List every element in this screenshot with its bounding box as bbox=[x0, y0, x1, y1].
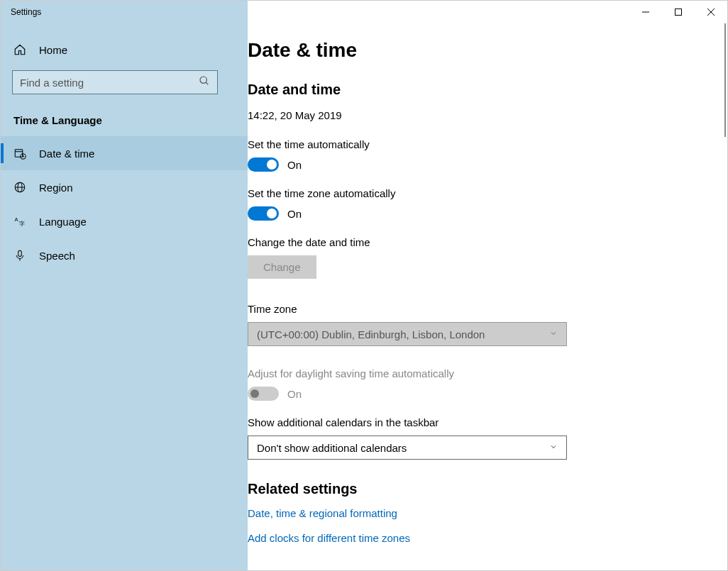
globe-icon bbox=[13, 181, 26, 194]
close-button[interactable] bbox=[695, 1, 727, 23]
related-settings-header: Related settings bbox=[248, 481, 716, 497]
sidebar-item-speech[interactable]: Speech bbox=[1, 238, 248, 272]
set-time-auto-label: Set the time automatically bbox=[248, 138, 716, 150]
dst-toggle-row: On bbox=[248, 387, 716, 401]
extra-cal-label: Show additional calendars in the taskbar bbox=[248, 416, 716, 428]
sidebar-item-label: Speech bbox=[39, 250, 75, 262]
scrollbar[interactable] bbox=[724, 23, 726, 137]
content-area: Date & time Date and time 14:22, 20 May … bbox=[248, 23, 727, 570]
svg-rect-6 bbox=[15, 150, 23, 157]
dst-state: On bbox=[287, 388, 302, 400]
set-tz-auto-label: Set the time zone automatically bbox=[248, 187, 716, 199]
link-formatting[interactable]: Date, time & regional formatting bbox=[248, 507, 716, 519]
nav-home[interactable]: Home bbox=[1, 36, 248, 63]
window-controls bbox=[248, 1, 727, 23]
svg-rect-1 bbox=[675, 9, 682, 16]
svg-text:A: A bbox=[15, 216, 18, 223]
timezone-value: (UTC+00:00) Dublin, Edinburgh, Lisbon, L… bbox=[257, 328, 485, 340]
microphone-icon bbox=[13, 249, 26, 262]
sidebar-section-header: Time & Language bbox=[1, 94, 248, 136]
set-tz-auto-toggle[interactable] bbox=[248, 206, 279, 221]
minimize-button[interactable] bbox=[629, 1, 662, 23]
search-input[interactable] bbox=[20, 77, 192, 89]
language-icon: A字 bbox=[13, 215, 26, 228]
set-time-auto-toggle-row: On bbox=[248, 157, 716, 172]
svg-text:字: 字 bbox=[19, 221, 25, 227]
change-button: Change bbox=[248, 255, 316, 279]
svg-point-4 bbox=[200, 77, 206, 83]
svg-line-10 bbox=[23, 157, 25, 157]
sidebar: Home Time & Language Date & time Region bbox=[1, 23, 248, 570]
svg-rect-16 bbox=[18, 250, 22, 256]
timezone-label: Time zone bbox=[248, 303, 716, 315]
sidebar-item-date-time[interactable]: Date & time bbox=[1, 136, 248, 170]
sidebar-item-label: Language bbox=[39, 216, 87, 228]
search-wrap bbox=[1, 63, 248, 94]
timezone-dropdown: (UTC+00:00) Dublin, Edinburgh, Lisbon, L… bbox=[248, 322, 567, 346]
search-icon bbox=[199, 75, 210, 89]
search-box[interactable] bbox=[12, 70, 218, 94]
chevron-down-icon bbox=[549, 329, 558, 340]
extra-cal-dropdown[interactable]: Don't show additional calendars bbox=[248, 436, 567, 460]
home-icon bbox=[13, 43, 26, 56]
extra-cal-value: Don't show additional calendars bbox=[257, 442, 407, 454]
set-time-auto-state: On bbox=[287, 159, 302, 171]
change-dt-label: Change the date and time bbox=[248, 236, 716, 248]
sidebar-item-label: Region bbox=[39, 182, 73, 194]
set-tz-auto-toggle-row: On bbox=[248, 206, 716, 221]
titlebar: Settings bbox=[1, 1, 727, 23]
sidebar-item-region[interactable]: Region bbox=[1, 170, 248, 204]
current-datetime: 14:22, 20 May 2019 bbox=[248, 109, 716, 121]
set-tz-auto-state: On bbox=[287, 208, 302, 220]
dst-toggle bbox=[248, 387, 279, 401]
chevron-down-icon bbox=[549, 443, 558, 453]
section-date-time: Date and time bbox=[248, 82, 716, 98]
calendar-clock-icon bbox=[13, 147, 26, 160]
dst-label: Adjust for daylight saving time automati… bbox=[248, 367, 716, 379]
maximize-button[interactable] bbox=[662, 1, 695, 23]
sidebar-item-label: Date & time bbox=[39, 148, 94, 160]
sidebar-item-language[interactable]: A字 Language bbox=[1, 204, 248, 238]
set-time-auto-toggle[interactable] bbox=[248, 157, 279, 172]
svg-line-5 bbox=[206, 82, 208, 84]
nav-home-label: Home bbox=[39, 44, 67, 56]
page-title: Date & time bbox=[248, 39, 716, 62]
link-add-clocks[interactable]: Add clocks for different time zones bbox=[248, 532, 716, 544]
window-title: Settings bbox=[1, 7, 248, 17]
